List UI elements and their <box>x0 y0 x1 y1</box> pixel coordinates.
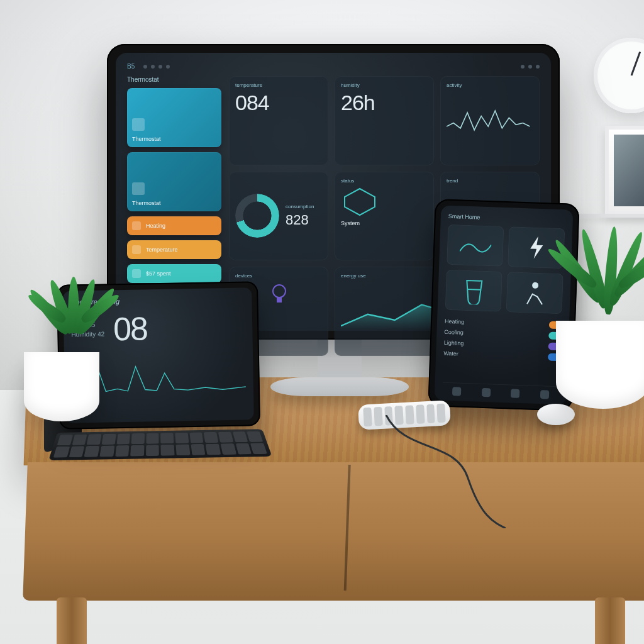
card-title: Devices <box>235 273 322 279</box>
sidebar-title: Thermostat <box>127 76 221 83</box>
gauge-icon <box>132 118 145 131</box>
card-title: Status <box>341 178 428 184</box>
monitor-stand-base <box>270 377 409 396</box>
wave-icon <box>459 233 491 259</box>
gauge-icon <box>132 182 145 195</box>
card-consumption[interactable]: Consumption 828 <box>229 172 328 261</box>
hex-shape-icon <box>341 186 379 218</box>
desk-leg-right <box>595 597 625 644</box>
sidebar-tile-label: Temperature <box>146 247 178 253</box>
card-title: Temperature <box>235 82 322 88</box>
card-value: 084 <box>235 91 322 115</box>
svg-point-1 <box>273 285 286 297</box>
card-value: 828 <box>286 212 314 228</box>
donut-chart-icon <box>235 194 279 238</box>
list-row[interactable]: Water <box>443 350 560 361</box>
svg-marker-0 <box>345 189 375 215</box>
nav-devices-icon[interactable] <box>511 389 519 397</box>
tr-card-climate[interactable] <box>447 225 504 267</box>
person-icon <box>520 279 549 308</box>
sidebar-tile-thermostat-2[interactable]: Thermostat <box>127 152 221 211</box>
sidebar-tile-thermostat-1[interactable]: Thermostat <box>127 88 221 147</box>
list-row[interactable]: Lighting <box>444 339 561 350</box>
cable <box>380 415 506 528</box>
sidebar-tile-heating[interactable]: Heating <box>127 216 221 235</box>
card-sub: System <box>341 220 428 226</box>
sidebar-tile-label: $57 spent <box>146 270 171 277</box>
nav-stats-icon[interactable] <box>482 388 491 397</box>
list-row[interactable]: Heating <box>445 318 562 329</box>
card-value: 26h <box>341 91 428 115</box>
plant-left <box>30 277 106 371</box>
wall-shelf <box>575 214 644 218</box>
activity-sparkline-icon <box>447 91 533 159</box>
card-activity[interactable]: Activity <box>440 76 540 165</box>
card-title: Humidity <box>341 82 428 88</box>
tablet-right-card-grid <box>445 225 565 314</box>
monitor-menubar: B5 <box>127 63 540 70</box>
sidebar-tile-temperature[interactable]: Temperature <box>127 240 221 259</box>
card-temperature[interactable]: Temperature 084 <box>229 76 328 165</box>
menubar-dots <box>143 65 170 69</box>
flame-icon <box>132 221 141 230</box>
svg-rect-2 <box>277 297 282 303</box>
sidebar-tile-spend[interactable]: $57 spent <box>127 264 221 283</box>
bulb-icon <box>267 281 292 306</box>
sidebar-tile-label: Thermostat <box>132 136 161 142</box>
card-humidity[interactable]: Humidity 26h <box>335 76 434 165</box>
bolt-icon <box>522 233 551 262</box>
sidebar-tile-label: Heating <box>146 223 165 229</box>
scene-root: B5 Thermostat Thermostat <box>0 0 644 644</box>
tablet-right-title: Smart Home <box>448 213 565 223</box>
list-row[interactable]: Cooling <box>444 328 561 340</box>
tablet-right-list: Heating Cooling Lighting Water <box>443 318 562 361</box>
desk-drawers <box>23 462 644 601</box>
tablet-left-keyboard[interactable] <box>48 429 272 460</box>
plant-right <box>550 226 644 346</box>
thermo-icon <box>132 245 141 254</box>
mouse[interactable] <box>537 404 575 425</box>
card-title: Activity <box>447 82 533 88</box>
dollar-icon <box>132 269 141 278</box>
menubar-badge: B5 <box>127 63 135 70</box>
desk-leg-left <box>57 597 87 644</box>
card-status[interactable]: Status System <box>335 172 434 261</box>
tablet-left-main-value: 08 <box>113 309 148 348</box>
cup-icon <box>462 277 486 305</box>
card-title: Consumption <box>286 204 314 209</box>
svg-point-3 <box>531 282 538 289</box>
nav-home-icon[interactable] <box>452 387 461 396</box>
card-title: Trend <box>447 178 533 184</box>
nav-settings-icon[interactable] <box>540 390 549 399</box>
tablet-right-nav <box>442 382 560 399</box>
tr-card-water[interactable] <box>445 270 502 312</box>
picture-frame <box>605 126 644 215</box>
sidebar-tile-label: Thermostat <box>132 200 161 206</box>
menubar-status-icons <box>521 65 540 69</box>
